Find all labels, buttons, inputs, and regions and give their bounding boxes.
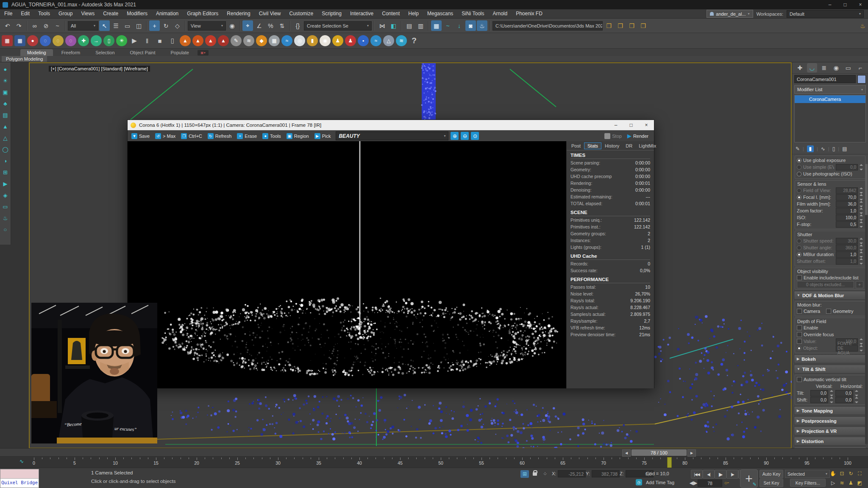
use-global-exposure-radio[interactable] [797, 158, 801, 163]
project-folder-icon[interactable]: ❒ [604, 20, 614, 31]
spinner[interactable] [855, 390, 859, 396]
objects-excluded-button[interactable]: 0 objects excluded... [797, 281, 854, 288]
sand-figure-icon[interactable]: ♟ [332, 35, 343, 46]
angle-snap-icon[interactable]: ∠ [254, 20, 264, 31]
shutter-offset-value[interactable]: 1,0 [836, 258, 858, 265]
vfb-region-button[interactable]: ▣Region [284, 132, 311, 140]
water-icon[interactable]: ≈ [281, 35, 292, 46]
zoom-fit-icon[interactable]: ⊙ [471, 132, 479, 140]
field-of-view-radio[interactable] [797, 188, 801, 193]
purple-ring-icon[interactable]: ◌ [65, 35, 76, 46]
library-icon[interactable]: ▤ [1, 111, 10, 119]
viewport-label[interactable]: [+] [CoronaCamera001] [Standard] [Wirefr… [49, 66, 150, 72]
use-pivot-point-icon[interactable]: ◉ [227, 20, 237, 31]
edit-named-selection-sets-icon[interactable]: {} [292, 20, 303, 31]
rollout-dof-motion-blur[interactable]: ▼DOF & Motion Blur [794, 291, 866, 300]
menu-group[interactable]: Group [54, 9, 77, 18]
rectangular-selection-region-icon[interactable]: ▭ [122, 20, 133, 31]
use-simple-ev-spinner[interactable] [860, 164, 863, 170]
vfb-tab-lightmix[interactable]: LightMix [636, 143, 659, 149]
enable-include-exclude-checkbox[interactable] [797, 275, 802, 280]
make-unique-icon[interactable]: ∿ [821, 146, 825, 152]
f-stop-value[interactable]: 0,5 [836, 221, 858, 228]
redo-icon[interactable]: ↷ [14, 20, 24, 31]
isolate-selection-toggle[interactable]: ⊞ [520, 470, 529, 478]
maximize-viewport-icon[interactable]: ⛶ [856, 469, 864, 477]
sun-icon[interactable]: ☀ [1, 76, 10, 85]
delete-animation-icon[interactable]: ▯ [167, 35, 178, 46]
next-frame-button[interactable]: ▶ [687, 449, 696, 457]
iso-spinner[interactable] [860, 215, 863, 221]
pool-icon[interactable]: ≋ [396, 35, 407, 46]
zoom-factor-value[interactable]: 1,0 [836, 208, 858, 214]
spinner[interactable] [830, 390, 834, 396]
menu-file[interactable]: File [0, 9, 17, 18]
vfb-close-icon[interactable]: × [639, 120, 654, 130]
blue-cube-icon[interactable]: ▦ [14, 35, 25, 46]
auto-key-button[interactable]: Auto Key [760, 470, 783, 478]
ribbon-tab-object-paint[interactable]: Object Paint [123, 49, 162, 56]
flame-dark-icon[interactable]: ▲ [218, 35, 229, 46]
menu-megascans[interactable]: Megascans [423, 9, 457, 18]
light-icon[interactable]: ● [1, 65, 10, 73]
ribbon-tab-populate[interactable]: Populate [164, 49, 195, 56]
rollout-projection-vr[interactable]: ▶Projection & VR [794, 427, 866, 435]
vfb-maximize-icon[interactable]: □ [623, 120, 639, 130]
vfb-titlebar[interactable]: Corona 6 (Hotfix 1) | 1150×647px (1:1) |… [128, 120, 654, 130]
scene-layers-icon[interactable]: ▥ [415, 20, 426, 31]
toggle-scene-explorer-icon[interactable]: ▦ [431, 20, 442, 31]
layer-manager-icon[interactable]: ▤ [404, 20, 415, 31]
configure-modifier-sets-icon[interactable]: ▤ [842, 146, 847, 152]
modifier-stack-item[interactable]: CoronaCamera [795, 95, 865, 103]
vfb-render-button[interactable]: ▶Render [625, 132, 651, 140]
undo-icon[interactable]: ↶ [2, 20, 13, 31]
zoom-in-icon[interactable]: ⊕ [451, 132, 459, 140]
select-and-rotate-icon[interactable]: ↻ [161, 20, 171, 31]
rollout-distortion[interactable]: ▶Distortion [794, 437, 866, 446]
previous-key-button[interactable]: ◀| [703, 470, 715, 479]
green-panel-icon[interactable]: ▯ [103, 35, 114, 46]
key-mode-toggle[interactable]: ◀▶ [689, 479, 698, 487]
camera-icon[interactable]: ▣ [1, 88, 10, 96]
help-icon[interactable]: ? [409, 35, 420, 46]
green-arrow-icon[interactable]: → [91, 35, 102, 46]
select-and-scale-icon[interactable]: ◇ [172, 20, 183, 31]
show-end-result-icon[interactable]: ▮ [807, 145, 814, 152]
spinner[interactable] [830, 397, 834, 403]
vfb-render-canvas[interactable] [128, 141, 566, 388]
y-coordinate-field[interactable]: 382,738 [592, 470, 620, 477]
shutter-speed-value[interactable]: 30,0 [836, 238, 858, 244]
menu-civil-view[interactable]: Civil View [255, 9, 285, 18]
vfb-tab-history[interactable]: History [602, 143, 622, 149]
rollout-tone-mapping[interactable]: ▶Tone Mapping [794, 406, 866, 415]
material-editor-icon[interactable]: ◙ [465, 20, 476, 31]
menu-content[interactable]: Content [378, 9, 404, 18]
flame-red-icon[interactable]: ▲ [192, 35, 203, 46]
select-by-name-icon[interactable]: ☰ [111, 20, 121, 31]
key-filters-button[interactable]: Key Filters... [790, 479, 826, 487]
swirl-icon[interactable]: ≈ [370, 35, 381, 46]
sphere-icon[interactable]: ◑ [1, 156, 10, 165]
modifier-stack[interactable]: CoronaCamera [794, 95, 866, 142]
open-scene-icon[interactable]: ❒ [626, 20, 637, 31]
geometry-checkbox[interactable] [826, 309, 831, 314]
shutter-angle-radio[interactable] [797, 245, 801, 250]
isolate-icon[interactable]: ▷ [829, 479, 837, 487]
object-color-swatch[interactable] [857, 75, 866, 84]
sketch-icon[interactable]: ✎ [231, 35, 242, 46]
mblur-duration-spinner[interactable] [860, 251, 863, 258]
render-element-dropdown[interactable]: BEAUTY▾ [336, 131, 448, 140]
vfb-tab-post[interactable]: Post [568, 143, 584, 149]
field-of-view-value[interactable]: 28,842 [836, 187, 858, 194]
rollout-bokeh[interactable]: ▶Bokeh [794, 354, 866, 363]
current-frame-field[interactable]: 78 [698, 480, 722, 487]
zoom-region-icon[interactable]: ⊡ [838, 469, 846, 477]
maximize-icon[interactable]: □ [837, 0, 853, 9]
bind-to-space-warp-icon[interactable]: ~ [52, 20, 63, 31]
user-account-dropdown[interactable]: ander_de_al... ▾ [707, 10, 753, 18]
menu-rendering[interactable]: Rendering [223, 9, 254, 18]
time-slider-track[interactable]: ◀ 78 / 100 ▶ [0, 448, 868, 457]
object-value[interactable]: FONTE DE AGUA [836, 345, 858, 351]
camera-add-icon[interactable]: ◈ [1, 191, 10, 199]
override-focus-checkbox[interactable] [797, 332, 802, 337]
